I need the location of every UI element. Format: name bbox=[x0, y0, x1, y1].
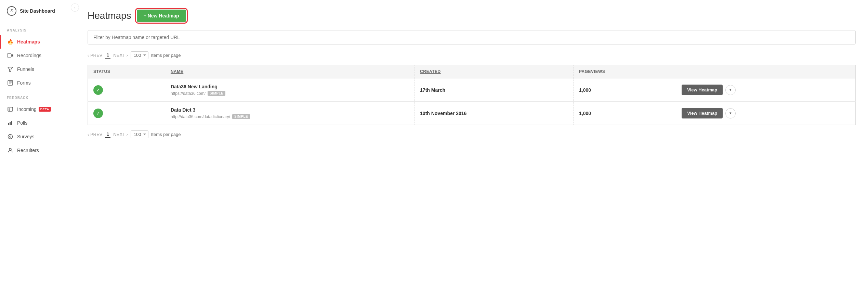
svg-point-16 bbox=[9, 148, 11, 150]
sidebar-item-polls-label: Polls bbox=[17, 120, 27, 126]
recruiters-icon bbox=[7, 147, 14, 154]
forms-icon bbox=[7, 79, 14, 86]
pagination-top: ‹ PREV 1 NEXT › 100 50 25 Items per page bbox=[88, 51, 856, 59]
row1-status-icon: ✓ bbox=[93, 85, 103, 95]
svg-rect-0 bbox=[7, 54, 11, 57]
svg-rect-13 bbox=[11, 121, 12, 125]
row2-heatmap-name: Data Dict 3 bbox=[171, 107, 409, 113]
row2-view-heatmap-button[interactable]: View Heatmap bbox=[682, 108, 723, 118]
row2-status-cell: ✓ bbox=[88, 102, 165, 125]
analysis-section-label: ANALYSIS bbox=[0, 22, 75, 35]
row1-heatmap-name: Data36 New Landing bbox=[171, 84, 409, 89]
svg-point-15 bbox=[10, 136, 11, 137]
row2-action-group: View Heatmap ▾ bbox=[682, 108, 850, 118]
svg-rect-11 bbox=[8, 123, 9, 125]
sidebar-item-funnels-label: Funnels bbox=[17, 66, 34, 72]
row1-action-group: View Heatmap ▾ bbox=[682, 85, 850, 95]
current-page-top: 1 bbox=[105, 52, 110, 59]
svg-rect-12 bbox=[10, 122, 11, 125]
table-row: ✓ Data36 New Landing https://data36.com/… bbox=[88, 78, 856, 102]
surveys-icon bbox=[7, 133, 14, 140]
row1-pageviews-cell: 1,000 bbox=[573, 78, 676, 102]
items-per-page-label-top: Items per page bbox=[151, 53, 181, 58]
sidebar-item-forms-label: Forms bbox=[17, 80, 31, 86]
sidebar-item-heatmaps[interactable]: 🔥 Heatmaps bbox=[0, 35, 75, 49]
sidebar-item-recruiters[interactable]: Recruiters bbox=[0, 143, 75, 157]
row1-tag: SIMPLE bbox=[208, 91, 225, 96]
row1-heatmap-url: https://data36.com/ SIMPLE bbox=[171, 91, 409, 96]
row2-pageviews: 1,000 bbox=[579, 111, 591, 116]
row2-tag: SIMPLE bbox=[232, 114, 250, 119]
page-title: Heatmaps bbox=[88, 10, 131, 21]
incoming-icon bbox=[7, 106, 14, 113]
row2-actions-cell: View Heatmap ▾ bbox=[676, 102, 856, 125]
sidebar-item-surveys-label: Surveys bbox=[17, 134, 35, 139]
new-heatmap-button[interactable]: + New Heatmap bbox=[137, 10, 186, 22]
sidebar-item-surveys[interactable]: Surveys bbox=[0, 130, 75, 143]
sidebar-item-incoming-label: Incoming bbox=[17, 106, 37, 112]
row2-dropdown-button[interactable]: ▾ bbox=[725, 108, 736, 118]
col-created[interactable]: CREATED bbox=[415, 65, 574, 78]
row1-view-heatmap-button[interactable]: View Heatmap bbox=[682, 85, 723, 95]
page-header: Heatmaps + New Heatmap bbox=[88, 10, 856, 22]
sidebar-item-recruiters-label: Recruiters bbox=[17, 148, 39, 153]
sidebar-item-funnels[interactable]: Funnels bbox=[0, 62, 75, 76]
row1-dropdown-button[interactable]: ▾ bbox=[725, 85, 736, 95]
feedback-section-label: FEEDBACK bbox=[0, 90, 75, 102]
row1-created-date: 17th March bbox=[420, 87, 445, 93]
sidebar-collapse-button[interactable]: ‹ bbox=[71, 3, 79, 12]
site-dashboard-title: Site Dashboard bbox=[20, 8, 55, 14]
sidebar-item-recordings[interactable]: Recordings bbox=[0, 49, 75, 62]
per-page-select-top[interactable]: 100 50 25 bbox=[131, 51, 148, 59]
svg-marker-1 bbox=[12, 54, 13, 57]
row2-pageviews-cell: 1,000 bbox=[573, 102, 676, 125]
table-row: ✓ Data Dict 3 http://data36.com/datadict… bbox=[88, 102, 856, 125]
prev-page-button-top[interactable]: ‹ PREV bbox=[88, 53, 102, 58]
row1-status-cell: ✓ bbox=[88, 78, 165, 102]
items-per-page-label-bottom: Items per page bbox=[151, 132, 181, 137]
row2-status-icon: ✓ bbox=[93, 109, 103, 118]
sidebar-item-heatmaps-label: Heatmaps bbox=[17, 39, 40, 45]
row1-created-cell: 17th March bbox=[415, 78, 574, 102]
sidebar-item-incoming[interactable]: Incoming BETA bbox=[0, 102, 75, 116]
filter-input[interactable] bbox=[88, 30, 856, 45]
funnels-icon bbox=[7, 66, 14, 73]
row1-name-cell: Data36 New Landing https://data36.com/ S… bbox=[165, 78, 414, 102]
row1-actions-cell: View Heatmap ▾ bbox=[676, 78, 856, 102]
main-content: Heatmaps + New Heatmap ‹ PREV 1 NEXT › 1… bbox=[75, 0, 868, 302]
sidebar-item-forms[interactable]: Forms bbox=[0, 76, 75, 90]
sidebar-item-polls[interactable]: Polls bbox=[0, 116, 75, 130]
polls-icon bbox=[7, 119, 14, 126]
col-name[interactable]: NAME bbox=[165, 65, 414, 78]
col-status: STATUS bbox=[88, 65, 165, 78]
row1-pageviews: 1,000 bbox=[579, 87, 591, 93]
incoming-beta-badge: BETA bbox=[39, 107, 51, 112]
heatmaps-table: STATUS NAME CREATED PAGEVIEWS ✓ Data36 N… bbox=[88, 65, 856, 125]
current-page-bottom: 1 bbox=[105, 131, 110, 138]
sidebar: ‹ ⏱ Site Dashboard ANALYSIS 🔥 Heatmaps R… bbox=[0, 0, 75, 302]
heatmaps-icon: 🔥 bbox=[7, 38, 14, 45]
site-dashboard-icon: ⏱ bbox=[7, 6, 16, 16]
per-page-select-bottom[interactable]: 100 50 25 bbox=[131, 130, 148, 138]
prev-page-button-bottom[interactable]: ‹ PREV bbox=[88, 132, 102, 137]
pagination-bottom: ‹ PREV 1 NEXT › 100 50 25 Items per page bbox=[88, 130, 856, 138]
col-pageviews: PAGEVIEWS bbox=[573, 65, 676, 78]
sidebar-item-recordings-label: Recordings bbox=[17, 53, 41, 58]
next-page-button-bottom[interactable]: NEXT › bbox=[113, 132, 128, 137]
row2-created-date: 10th November 2016 bbox=[420, 111, 466, 116]
svg-point-14 bbox=[8, 135, 13, 139]
svg-marker-2 bbox=[8, 67, 13, 72]
sidebar-header: ⏱ Site Dashboard bbox=[0, 0, 75, 22]
col-actions bbox=[676, 65, 856, 78]
recordings-icon bbox=[7, 52, 14, 59]
row2-name-cell: Data Dict 3 http://data36.com/datadictio… bbox=[165, 102, 414, 125]
next-page-button-top[interactable]: NEXT › bbox=[113, 53, 128, 58]
row2-created-cell: 10th November 2016 bbox=[415, 102, 574, 125]
row2-heatmap-url: http://data36.com/datadictionary/ SIMPLE bbox=[171, 114, 409, 119]
